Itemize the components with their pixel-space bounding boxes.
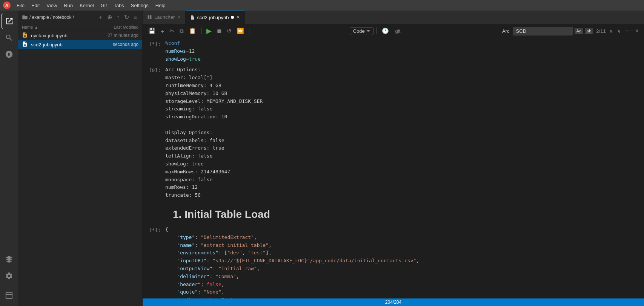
markdown-cell-1: 1. Initial Table Load: [143, 201, 644, 224]
file-modified-scd2: seconds ago: [86, 42, 138, 47]
menubar: A File Edit View Run Kernel Git Tabs Set…: [0, 0, 644, 11]
cell-3-number: [*]:: [143, 226, 165, 298]
cell-1-number: [*]:: [143, 40, 165, 63]
run-btn[interactable]: ▶: [204, 26, 214, 36]
explorer-icon[interactable]: [2, 14, 17, 29]
menu-run[interactable]: Run: [61, 2, 76, 9]
file-explorer: / example / notebook / + ⊕ ↑ ↻ ≡ Name ▲ …: [18, 11, 143, 306]
svg-rect-2: [148, 15, 149, 17]
search-options-btn[interactable]: ⋯: [624, 27, 632, 35]
menu-help[interactable]: Help: [152, 2, 169, 9]
file-item-scd2[interactable]: scd2-job.ipynb seconds ago: [18, 40, 142, 49]
notebook-content[interactable]: [*]: %conf numRows=12 showLog=true [0]: …: [143, 38, 644, 298]
search-match-icon-2[interactable]: ab: [585, 28, 593, 34]
tab-launcher[interactable]: Launcher ×: [143, 11, 186, 24]
tab-scd2[interactable]: scd2-job.ipynb ×: [186, 11, 245, 24]
section-heading: 1. Initial Table Load: [173, 208, 636, 220]
fast-forward-btn[interactable]: ⏩: [235, 26, 246, 35]
paste-cell-btn[interactable]: 📋: [187, 26, 198, 35]
file-name-nyctaxi: nyctaxi-job.ipynb: [31, 33, 86, 38]
notebook-icon: [22, 32, 29, 39]
cell-3: [*]: { "type": "DelimitedExtract", "name…: [143, 224, 644, 298]
notebook-toolbar: 💾 + ✂ ⧉ 📋 ▶ ◼ ↺ ⏩ Code 🕐 git Arc Aa a: [143, 24, 644, 38]
filter-btn[interactable]: ≡: [132, 13, 138, 21]
menu-view[interactable]: View: [43, 2, 60, 9]
search-match-count: 2/11: [596, 28, 606, 34]
name-column-header[interactable]: Name ▲: [22, 25, 86, 29]
search-close-btn[interactable]: ×: [634, 27, 640, 35]
extension-sidebar-icon[interactable]: [2, 252, 17, 267]
cell-1-content[interactable]: %conf numRows=12 showLog=true: [165, 40, 636, 63]
git-sidebar-icon[interactable]: [2, 47, 17, 62]
tab-launcher-label: Launcher: [154, 14, 175, 20]
cell-2-number: [0]:: [143, 66, 165, 199]
new-file-btn[interactable]: +: [97, 13, 104, 21]
svg-rect-4: [148, 17, 149, 19]
progress-text: 204/204: [385, 300, 401, 305]
cut-cell-btn[interactable]: ✂: [168, 26, 176, 35]
settings-sidebar-icon[interactable]: [2, 268, 17, 283]
cell-2: [0]: Arc Options: master: local[*] runti…: [143, 64, 644, 201]
activity-bar: [0, 11, 18, 306]
breadcrumb: / example / notebook /: [29, 15, 74, 20]
file-modified-nyctaxi: 27 minutes ago: [86, 33, 138, 38]
git-label-btn[interactable]: git: [392, 27, 404, 35]
progress-bar: 204/204: [143, 298, 644, 306]
svg-rect-3: [150, 15, 151, 17]
tab-scd2-close[interactable]: ×: [236, 14, 240, 21]
menu-kernel[interactable]: Kernel: [77, 2, 97, 9]
upload-btn[interactable]: ↑: [115, 13, 121, 21]
toolbar-separator-2: [249, 28, 249, 34]
kernel-selector[interactable]: Code: [350, 27, 373, 35]
menu-edit[interactable]: Edit: [28, 2, 43, 9]
toolbar-separator-1: [201, 28, 201, 34]
save-btn[interactable]: 💾: [146, 26, 157, 35]
notebook-icon-scd2: [22, 41, 29, 48]
restart-btn[interactable]: ↺: [225, 26, 234, 35]
tab-launcher-close[interactable]: ×: [177, 14, 180, 21]
menu-tabs[interactable]: Tabs: [111, 2, 127, 9]
search-input[interactable]: [513, 27, 573, 35]
search-bar: Arc Aa ab 2/11 ∧ ∨ ⋯ ×: [502, 27, 640, 35]
svg-rect-5: [150, 17, 151, 19]
tab-bar: Launcher × scd2-job.ipynb ×: [143, 11, 644, 24]
time-icon-btn: 🕐: [380, 26, 391, 35]
interrupt-btn[interactable]: ◼: [215, 26, 223, 35]
add-cell-btn[interactable]: +: [159, 27, 166, 35]
launcher-tab-icon: [147, 15, 152, 20]
search-sidebar-icon[interactable]: [2, 30, 17, 45]
kernel-dropdown-icon: [366, 29, 370, 33]
sidebar-header: / example / notebook / + ⊕ ↑ ↻ ≡: [18, 11, 142, 24]
svg-rect-0: [6, 292, 12, 299]
kernel-label: Code: [353, 28, 365, 34]
file-item-nyctaxi[interactable]: nyctaxi-job.ipynb 27 minutes ago: [18, 31, 142, 40]
tab-modified-dot: [231, 16, 234, 19]
panel-sidebar-icon[interactable]: [2, 288, 17, 303]
file-name-scd2: scd2-job.ipynb: [31, 42, 86, 47]
tab-scd2-label: scd2-job.ipynb: [197, 15, 229, 20]
file-list-header: Name ▲ Last Modified: [18, 24, 142, 31]
arc-label: Arc: [502, 28, 510, 34]
menu-file[interactable]: File: [14, 2, 28, 9]
search-prev-btn[interactable]: ∧: [607, 27, 614, 35]
refresh-btn[interactable]: ↻: [123, 13, 131, 21]
sort-arrow-icon: ▲: [34, 25, 38, 29]
menu-git[interactable]: Git: [98, 2, 110, 9]
new-folder-btn[interactable]: ⊕: [106, 13, 114, 21]
copy-cell-btn[interactable]: ⧉: [178, 26, 186, 35]
cell-1: [*]: %conf numRows=12 showLog=true: [143, 38, 644, 64]
search-next-btn[interactable]: ∨: [616, 27, 622, 35]
menu-settings[interactable]: Settings: [128, 2, 152, 9]
notebook-area: Launcher × scd2-job.ipynb × 💾 + ✂ ⧉ 📋 ▶ …: [143, 11, 644, 306]
app-logo: A: [3, 2, 11, 9]
cell-3-content[interactable]: { "type": "DelimitedExtract", "name": "e…: [165, 226, 636, 298]
folder-icon: [22, 14, 28, 20]
toolbar-separator-3: [377, 28, 377, 34]
search-match-icon-1[interactable]: Aa: [575, 28, 583, 34]
scd2-tab-icon: [190, 15, 195, 20]
cell-2-output: Arc Options: master: local[*] runtimeMem…: [165, 66, 636, 199]
modified-column-header[interactable]: Last Modified: [86, 25, 138, 29]
